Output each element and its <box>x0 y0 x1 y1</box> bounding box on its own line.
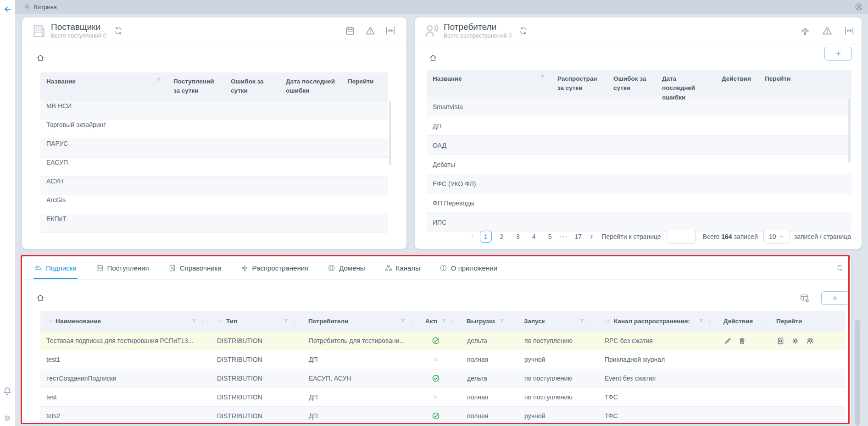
last-page-button[interactable]: 17 <box>572 231 584 243</box>
table-row[interactable]: Дебаты <box>427 155 851 174</box>
tab-distributions[interactable]: Распространения <box>241 256 309 279</box>
subscription-name: test1 <box>40 350 211 369</box>
supplier-name: ЕАСУП <box>40 158 388 167</box>
expand-width-icon[interactable] <box>844 26 854 36</box>
subscription-name: тестСозданияПодписки <box>40 369 211 387</box>
table-row[interactable]: ЕАСУП <box>40 158 388 177</box>
user-profile-icon[interactable] <box>855 3 863 11</box>
table-row[interactable]: Smartvista <box>427 97 851 116</box>
table-row[interactable]: Торговый эквайринг <box>40 120 388 139</box>
column-menu-icon[interactable] <box>507 318 513 324</box>
filter-icon[interactable] <box>191 318 197 324</box>
warning-icon[interactable] <box>822 26 832 36</box>
column-header: Запуск <box>518 311 599 332</box>
inactive-cross-icon <box>432 356 439 363</box>
column-menu-icon[interactable] <box>834 318 840 324</box>
back-button[interactable] <box>3 5 12 14</box>
column-menu-icon[interactable] <box>450 318 456 324</box>
column-menu-icon[interactable] <box>291 318 297 324</box>
column-header: Тип <box>211 311 303 332</box>
delete-icon[interactable] <box>738 337 746 345</box>
subscription-row[interactable]: tets2 DISTRIBUTION ДП полная ручной ТФС <box>40 407 846 423</box>
column-menu-icon[interactable] <box>200 318 206 324</box>
warning-icon[interactable] <box>365 26 375 36</box>
refresh-icon[interactable] <box>114 26 123 35</box>
edit-icon[interactable] <box>724 337 732 345</box>
prev-page-icon[interactable] <box>469 233 476 240</box>
consumer-name: ДП <box>427 116 551 135</box>
home-icon[interactable] <box>429 54 437 62</box>
settings-icon[interactable] <box>791 337 799 345</box>
page-button[interactable]: 1 <box>480 231 492 243</box>
add-subscription-button[interactable] <box>821 291 849 305</box>
about-icon <box>440 264 447 272</box>
consumers-panel: Потребители Всего распространений 0 Назв… <box>415 17 862 249</box>
tab-directories[interactable]: Справочники <box>168 256 222 279</box>
expand-width-icon[interactable] <box>385 26 395 36</box>
subscription-goto <box>771 369 846 387</box>
table-settings-icon[interactable] <box>800 293 810 303</box>
subscription-row[interactable]: test DISTRIBUTION ДП полная по поступлен… <box>40 388 846 407</box>
consumers-scrollbar[interactable] <box>848 98 851 162</box>
page-button[interactable]: 2 <box>496 231 508 243</box>
column-menu-icon[interactable] <box>759 318 765 324</box>
suppliers-scrollbar[interactable] <box>389 101 391 166</box>
refresh-icon[interactable] <box>519 26 528 35</box>
page-button[interactable]: 4 <box>528 231 540 243</box>
column-menu-icon[interactable] <box>408 318 414 324</box>
sort-icon[interactable] <box>217 318 223 325</box>
page-button[interactable]: 3 <box>512 231 524 243</box>
page-size-select[interactable]: 10 <box>763 230 790 243</box>
table-row[interactable]: МВ НСИ <box>40 101 388 120</box>
subscription-upload: полная <box>461 407 518 423</box>
subscription-row[interactable]: Тестовая подписка для тестирования РСПиТ… <box>40 332 846 350</box>
home-icon[interactable] <box>36 54 45 62</box>
view-details-icon[interactable] <box>777 337 785 345</box>
page-button[interactable]: 5 <box>544 231 556 243</box>
distribution-icon[interactable] <box>800 26 810 36</box>
filter-icon[interactable] <box>499 318 505 324</box>
table-row[interactable]: ПАРУС <box>40 139 388 158</box>
tab-receipts[interactable]: Поступления <box>96 256 149 279</box>
column-menu-icon[interactable] <box>707 318 712 324</box>
page-ellipsis[interactable]: ••• <box>560 234 568 239</box>
table-row[interactable]: ОАД <box>427 136 851 155</box>
subscriptions-icon <box>34 264 42 272</box>
filter-icon[interactable] <box>540 74 545 80</box>
column-menu-icon[interactable] <box>587 318 593 324</box>
filter-icon[interactable] <box>156 77 161 83</box>
page-title: Витрина <box>33 4 57 11</box>
next-page-icon[interactable] <box>588 233 595 240</box>
filter-icon[interactable] <box>579 318 585 324</box>
sort-icon[interactable] <box>46 318 52 325</box>
filter-icon[interactable] <box>698 318 704 324</box>
refresh-icon[interactable] <box>836 264 844 271</box>
table-row[interactable]: ArcGis <box>40 195 388 214</box>
table-row[interactable]: ЕФС (УКО ФЛ) <box>427 174 851 194</box>
filter-icon[interactable] <box>400 318 406 324</box>
tab-channels[interactable]: Каналы <box>384 256 420 279</box>
subscriptions-panel: Подписки Поступления Справочники Распрос… <box>22 256 851 423</box>
goto-page-input[interactable] <box>667 230 696 243</box>
filter-icon[interactable] <box>283 318 289 324</box>
add-consumer-button[interactable] <box>824 47 852 61</box>
table-row[interactable]: ЕКПиТ <box>40 214 388 233</box>
expand-sidebar-icon[interactable] <box>3 414 11 422</box>
subscription-consumers: ДП <box>303 388 420 406</box>
tab-domains[interactable]: Домены <box>328 256 365 279</box>
suppliers-title: Поставщики <box>51 22 106 32</box>
table-row[interactable]: ДП <box>427 116 851 136</box>
tab-subscriptions[interactable]: Подписки <box>34 256 77 279</box>
sort-icon[interactable] <box>604 318 611 325</box>
subscription-row[interactable]: test1 DISTRIBUTION ДП полная ручной Прик… <box>40 350 846 369</box>
table-row[interactable]: АСУН <box>40 177 388 195</box>
notifications-bell-icon[interactable] <box>3 387 12 396</box>
home-icon[interactable] <box>36 293 45 302</box>
calendar-icon[interactable] <box>345 26 355 36</box>
filter-icon[interactable] <box>441 318 447 324</box>
table-row[interactable]: ФП Переводы <box>427 194 851 213</box>
consumers-icon[interactable] <box>806 337 814 345</box>
page-scrollbar[interactable] <box>855 320 860 426</box>
subscription-row[interactable]: тестСозданияПодписки DISTRIBUTION ЕАСУП,… <box>40 369 846 388</box>
tab-about[interactable]: О приложении <box>440 256 497 279</box>
